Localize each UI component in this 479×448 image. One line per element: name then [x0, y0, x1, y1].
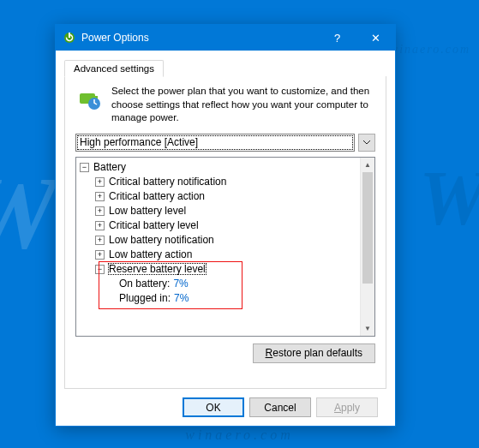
expand-icon[interactable]: +: [95, 236, 105, 245]
intro-row: Select the power plan that you want to c…: [75, 85, 375, 125]
tree-label: Low battery notification: [108, 234, 215, 246]
restore-defaults-button[interactable]: Restore plan defaults: [253, 343, 375, 363]
btn-text: pply: [341, 402, 360, 414]
mnemonic: A: [334, 402, 341, 414]
expand-icon[interactable]: +: [95, 221, 105, 230]
tree-leaf-plugged-in[interactable]: Plugged in: 7%: [80, 291, 374, 306]
power-icon: [63, 31, 76, 45]
mnemonic: R: [266, 347, 273, 359]
tree-label: Critical battery notification: [108, 176, 227, 188]
expand-icon[interactable]: +: [95, 206, 105, 216]
tree-node[interactable]: + Low battery action: [80, 248, 374, 262]
scrollbar-vertical[interactable]: ▲ ▼: [360, 158, 374, 336]
tree-label: Low battery action: [108, 248, 193, 260]
tree-node[interactable]: + Critical battery level: [80, 218, 374, 233]
setting-value: 7%: [173, 278, 188, 290]
close-button[interactable]: ✕: [356, 25, 395, 51]
tree-label: Critical battery action: [108, 190, 206, 202]
titlebar: Power Options ? ✕: [56, 25, 395, 51]
expand-icon[interactable]: +: [95, 177, 105, 187]
tree-node[interactable]: + Critical battery notification: [80, 175, 374, 189]
expand-icon[interactable]: +: [95, 192, 105, 201]
tree-label-selected: Reserve battery level: [108, 263, 207, 275]
power-options-dialog: Power Options ? ✕ Advanced settings Sele…: [55, 24, 396, 427]
setting-key: Plugged in:: [119, 292, 171, 304]
tree-label: Critical battery level: [108, 219, 200, 231]
expand-icon[interactable]: +: [95, 250, 105, 260]
power-plan-dropdown[interactable]: High performance [Active]: [75, 134, 355, 152]
cancel-button[interactable]: Cancel: [249, 397, 311, 417]
setting-value: 7%: [174, 292, 189, 304]
battery-plan-icon: [75, 85, 103, 112]
tree-label: Low battery level: [108, 205, 187, 217]
tab-content: Select the power plan that you want to c…: [64, 76, 386, 389]
tree-leaf-on-battery[interactable]: On battery: 7%: [80, 277, 374, 291]
dialog-body: Advanced settings Select the power plan …: [56, 51, 395, 426]
btn-text: estore plan defaults: [272, 347, 362, 359]
window-title: Power Options: [81, 32, 318, 44]
help-button[interactable]: ?: [318, 25, 356, 51]
watermark-w: W: [0, 154, 57, 272]
tab-advanced-settings[interactable]: Advanced settings: [64, 60, 164, 77]
tree-node-reserve-battery[interactable]: − Reserve battery level: [80, 262, 374, 277]
scroll-down-icon[interactable]: ▼: [361, 321, 374, 336]
settings-tree[interactable]: − Battery + Critical battery notificatio…: [75, 157, 375, 337]
scroll-up-icon[interactable]: ▲: [361, 158, 374, 172]
tabstrip: Advanced settings: [64, 57, 386, 76]
svg-rect-1: [69, 33, 70, 38]
plan-select-row: High performance [Active]: [75, 134, 375, 152]
tree-label: Battery: [93, 161, 127, 173]
watermark-url: winaero.com: [185, 427, 294, 443]
tree-node[interactable]: + Low battery notification: [80, 233, 374, 248]
apply-button: Apply: [316, 397, 378, 417]
intro-text: Select the power plan that you want to c…: [111, 85, 375, 125]
collapse-icon[interactable]: −: [95, 265, 105, 274]
watermark-w2: W: [419, 154, 479, 242]
dialog-buttons: OK Cancel Apply: [64, 389, 386, 417]
tree-node[interactable]: + Critical battery action: [80, 189, 374, 204]
setting-key: On battery:: [119, 278, 170, 290]
tree-node-battery[interactable]: − Battery: [80, 160, 374, 175]
scroll-thumb[interactable]: [362, 172, 373, 284]
ok-button[interactable]: OK: [183, 397, 244, 417]
tree-node[interactable]: + Low battery level: [80, 204, 374, 218]
collapse-icon[interactable]: −: [80, 163, 89, 172]
chevron-down-icon[interactable]: [358, 134, 375, 152]
